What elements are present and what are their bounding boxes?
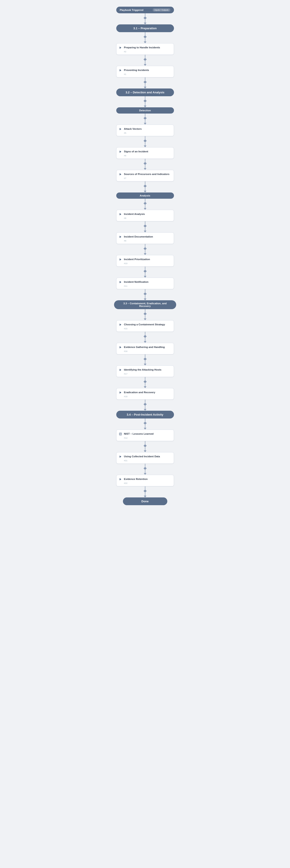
connector-3 [144, 55, 146, 66]
task-nist-lessons[interactable]: NIST – Lessons Learned #14 [116, 430, 174, 441]
task-number: #9 [119, 240, 171, 242]
task-title: Signs of an Incident [124, 150, 148, 153]
connector-22 [144, 464, 146, 475]
svg-marker-4 [120, 173, 121, 176]
svg-marker-18 [120, 478, 121, 480]
task-evidence-retention[interactable]: Evidence Retention #22 [116, 475, 174, 486]
connector-21 [144, 441, 146, 452]
section-preparation: 3.1 – Preparation [116, 24, 174, 32]
task-containment-strategy[interactable]: Choosing a Containment Strategy #15 [116, 320, 174, 332]
task-eradication-recovery[interactable]: Eradication and Recovery #18 [116, 388, 174, 400]
chevron-icon [119, 323, 122, 327]
task-title: Using Collected Incident Data [124, 455, 160, 458]
done-pill: Done [123, 497, 167, 505]
task-number: #8 [119, 217, 171, 219]
svg-marker-9 [120, 323, 121, 326]
chevron-icon [119, 258, 122, 261]
task-number: #22 [119, 482, 171, 484]
task-attacking-hosts[interactable]: Identifying the Attacking Hosts #17 [116, 366, 174, 377]
chevron-icon [119, 280, 122, 284]
section-detection: Detection [116, 107, 174, 114]
task-title: Incident Documentation [124, 235, 153, 239]
chevron-icon [119, 235, 122, 239]
section-analysis: Analysis [116, 192, 174, 199]
task-title: Incident Prioritization [124, 257, 150, 261]
connector-2 [144, 32, 146, 43]
task-attack-vectors[interactable]: Attack Vectors #5 [116, 125, 174, 136]
section-post-incident: 3.4 – Post-Incident Activity [116, 411, 174, 418]
chevron-icon [119, 46, 122, 50]
task-number: #5 [119, 132, 171, 134]
task-collected-incident-data[interactable]: Using Collected Incident Data #21 [116, 452, 174, 464]
task-title: Identifying the Attacking Hosts [124, 368, 162, 371]
connector-5 [144, 96, 146, 107]
trigger-pill[interactable]: Playbook Triggered Inputs / Outputs [116, 7, 174, 13]
task-title: Incident Notification [124, 280, 149, 284]
connector-9 [144, 181, 146, 192]
trigger-badge: Inputs / Outputs [153, 8, 170, 11]
connector-8 [144, 159, 146, 170]
connector-1 [144, 13, 146, 24]
task-signs-incident[interactable]: Signs of an Incident #6 [116, 147, 174, 159]
connector-6 [144, 114, 146, 125]
connector-23 [144, 486, 146, 497]
task-number: #11 [119, 285, 171, 287]
section-detection-analysis: 3.2 – Detection and Analysis [116, 89, 174, 96]
task-title: Preparing to Handle Incidents [124, 46, 160, 49]
chevron-icon [119, 173, 122, 176]
task-incident-notification[interactable]: Incident Notification #11 [116, 278, 174, 289]
svg-marker-3 [120, 151, 121, 153]
task-number: #17 [119, 373, 171, 375]
task-number: #16 [119, 350, 171, 352]
svg-marker-2 [120, 128, 121, 130]
connector-7 [144, 136, 146, 147]
svg-marker-0 [120, 46, 121, 49]
nist-icon [119, 432, 122, 436]
svg-marker-1 [120, 69, 121, 71]
svg-marker-5 [120, 213, 121, 215]
chevron-icon [119, 368, 122, 372]
task-incident-documentation[interactable]: Incident Documentation #9 [116, 232, 174, 244]
task-title: Evidence Gathering and Handling [124, 345, 165, 349]
task-incident-analysis[interactable]: Incident Analysis #8 [116, 210, 174, 221]
task-number: #21 [119, 459, 171, 462]
svg-marker-8 [120, 281, 121, 283]
connector-10 [144, 199, 146, 210]
task-title: Incident Analysis [124, 212, 145, 216]
svg-marker-10 [120, 346, 121, 348]
connector-14 [144, 289, 146, 300]
svg-marker-7 [120, 258, 121, 260]
task-number: #10 [119, 262, 171, 265]
task-number: #15 [119, 327, 171, 330]
task-incident-prioritization[interactable]: Incident Prioritization #10 [116, 255, 174, 267]
task-title: Choosing a Containment Strategy [124, 323, 165, 326]
chevron-icon [119, 477, 122, 481]
chevron-icon [119, 68, 122, 72]
svg-marker-17 [120, 456, 121, 458]
task-preventing-incidents[interactable]: Preventing Incidents #1 [116, 66, 174, 78]
flow-container: Playbook Triggered Inputs / Outputs 3.1 … [87, 7, 203, 505]
task-number: #18 [119, 395, 171, 398]
svg-marker-6 [120, 236, 121, 238]
connector-15 [144, 309, 146, 320]
task-title: Eradication and Recovery [124, 391, 155, 394]
task-sources-precursors[interactable]: Sources of Precursors and Indicators #7 [116, 170, 174, 181]
task-title: Evidence Retention [124, 477, 148, 481]
chevron-icon [119, 127, 122, 131]
svg-marker-12 [120, 392, 121, 394]
connector-16 [144, 332, 146, 343]
connector-17 [144, 354, 146, 366]
chevron-icon [119, 150, 122, 153]
task-title: Sources of Precursors and Indicators [124, 172, 170, 176]
section-containment: 3.3 – Containment, Eradication, and Reco… [114, 300, 176, 309]
task-number: #7 [119, 177, 171, 179]
trigger-label: Playbook Triggered [120, 9, 144, 11]
task-evidence-gathering[interactable]: Evidence Gathering and Handling #16 [116, 343, 174, 354]
connector-12 [144, 244, 146, 255]
task-preparing-handle[interactable]: Preparing to Handle Incidents #2 [116, 43, 174, 55]
task-number: #2 [119, 50, 171, 53]
connector-18 [144, 377, 146, 388]
task-number: #14 [119, 437, 171, 439]
connector-13 [144, 267, 146, 278]
task-number: #1 [119, 73, 171, 75]
